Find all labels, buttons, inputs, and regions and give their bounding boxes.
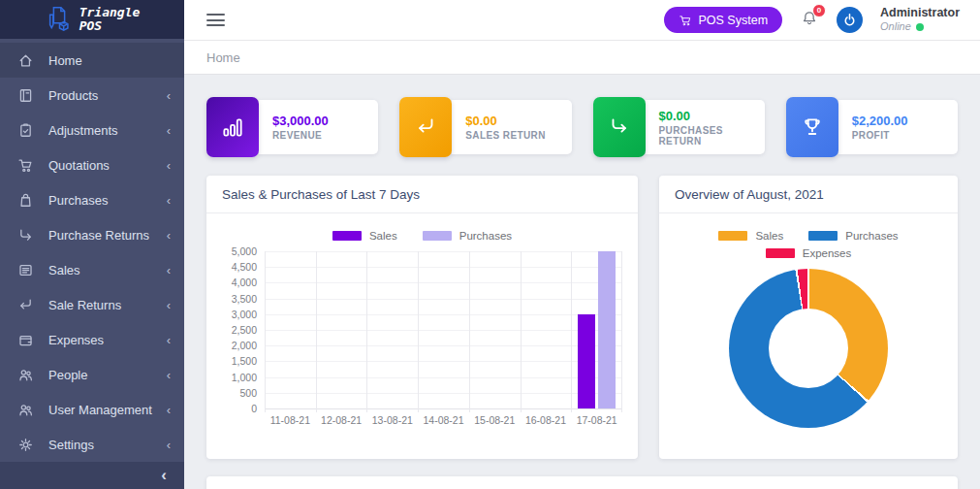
expenses-icon [17, 332, 34, 348]
settings-icon [17, 437, 34, 453]
bar-chart-y-axis: 5,0004,5004,0003,5003,0002,5002,0001,500… [222, 251, 265, 408]
trophy-icon [800, 114, 825, 140]
top-bar: POS System 0 Administrator [184, 0, 980, 41]
revenue-card: $3,000.00 REVENUE [206, 97, 378, 157]
bar-chart-title: Sales & Purchases of Last 7 Days [206, 176, 638, 213]
chevron-left-icon: ‹ [167, 333, 171, 347]
y-axis-tick: 1,000 [232, 372, 257, 383]
donut-chart [729, 269, 888, 428]
chevron-left-icon: ‹ [167, 298, 171, 312]
app-logo[interactable]: Triangle POS [0, 0, 184, 39]
sidebar-item-label: People [48, 368, 87, 382]
power-icon [841, 12, 858, 28]
people-icon [17, 367, 34, 383]
sidebar-item-products[interactable]: Products‹ [0, 78, 184, 113]
bar-chart-icon [220, 114, 245, 140]
chevron-left-icon: ‹ [167, 193, 171, 208]
bar-chart-plot [265, 251, 622, 408]
purchases-return-label: PURCHASES RETURN [659, 125, 765, 147]
sidebar-item-sales[interactable]: Sales‹ [0, 252, 184, 287]
pos-system-button[interactable]: POS System [664, 7, 783, 33]
legend-item-expenses[interactable]: Expenses [766, 247, 852, 259]
legend-swatch [718, 231, 747, 241]
purchases-bar-17-08-21 [598, 251, 616, 408]
sidebar-item-label: Products [48, 88, 98, 103]
y-axis-tick: 5,000 [232, 245, 257, 257]
legend-item-sales[interactable]: Sales [332, 230, 397, 242]
quotations-icon [17, 157, 34, 174]
sidebar-item-label: Purchase Returns [48, 228, 149, 243]
chevron-left-icon: ‹ [167, 368, 171, 382]
adjustments-icon [17, 122, 34, 139]
y-axis-tick: 3,500 [232, 293, 257, 305]
sidebar-item-label: Adjustments [48, 123, 118, 138]
bar-chart-x-axis: 11-08-2112-08-2113-08-2114-08-2115-08-21… [265, 414, 622, 426]
sidebar-item-adjustments[interactable]: Adjustments‹ [0, 113, 184, 147]
return-right-arrow-icon [607, 114, 632, 140]
charts-row: Sales & Purchases of Last 7 Days SalesPu… [206, 176, 958, 459]
x-axis-tick: 12-08-21 [316, 414, 367, 426]
legend-item-purchases[interactable]: Purchases [423, 230, 512, 242]
purchases-return-icon-box [593, 97, 646, 157]
legend-item-sales[interactable]: Sales [718, 230, 783, 242]
chevron-left-icon: ‹ [167, 158, 171, 173]
y-axis-tick: 4,500 [232, 261, 257, 273]
app-title: Triangle POS [79, 6, 141, 32]
profit-amount: $2,200.00 [852, 114, 958, 128]
sidebar-item-settings[interactable]: Settings‹ [0, 427, 184, 462]
sales-return-label: SALES RETURN [465, 130, 571, 141]
next-section-card [206, 476, 958, 489]
sidebar-item-sale-returns[interactable]: Sale Returns‹ [0, 287, 184, 322]
profit-label: PROFIT [852, 130, 958, 141]
app-window: Triangle POS HomeProducts‹Adjustments‹Qu… [0, 0, 980, 489]
breadcrumb-home-link[interactable]: Home [206, 50, 240, 65]
home-icon [17, 52, 34, 69]
sidebar-item-purchases[interactable]: Purchases‹ [0, 182, 184, 217]
sales-return-amount: $0.00 [465, 114, 571, 128]
sidebar-collapse-button[interactable]: ‹ [0, 462, 184, 489]
x-axis-tick: 14-08-21 [418, 414, 469, 426]
stat-cards-row: $3,000.00 REVENUE $0.00 SALES RETURN [206, 97, 958, 157]
legend-item-purchases[interactable]: Purchases [808, 230, 898, 242]
sales-purchases-chart-card: Sales & Purchases of Last 7 Days SalesPu… [206, 176, 638, 459]
y-axis-tick: 2,000 [232, 340, 257, 351]
y-axis-tick: 500 [239, 387, 257, 399]
sidebar-item-user-management[interactable]: User Management‹ [0, 392, 184, 427]
sidebar-item-label: Home [48, 53, 82, 68]
bar-chart: 5,0004,5004,0003,5003,0002,5002,0001,500… [222, 251, 622, 408]
user-management-icon [17, 402, 34, 418]
sidebar-item-label: Purchases [48, 193, 108, 208]
sidebar-item-quotations[interactable]: Quotations‹ [0, 147, 184, 182]
legend-swatch [332, 231, 362, 241]
breadcrumb: Home [184, 41, 980, 75]
user-info[interactable]: Administrator Online [880, 6, 960, 34]
y-axis-tick: 2,500 [232, 324, 257, 336]
sidebar-item-label: Quotations [48, 158, 110, 173]
sale-returns-icon [17, 297, 34, 313]
x-axis-tick: 15-08-21 [469, 414, 521, 426]
sidebar-item-label: Sales [48, 263, 80, 277]
revenue-icon-box [206, 97, 259, 157]
dashboard-content: $3,000.00 REVENUE $0.00 SALES RETURN [184, 75, 980, 489]
sidebar-item-people[interactable]: People‹ [0, 357, 184, 392]
legend-swatch [766, 248, 795, 258]
menu-toggle-button[interactable] [206, 14, 225, 26]
chevron-left-icon: ‹ [167, 123, 171, 138]
y-axis-tick: 1,500 [232, 355, 257, 367]
donut-chart-legend: SalesPurchasesExpenses [687, 230, 930, 259]
sidebar-item-label: Expenses [48, 333, 104, 347]
sidebar-item-purchase-returns[interactable]: Purchase Returns‹ [0, 217, 184, 252]
y-axis-tick: 3,000 [232, 309, 257, 320]
donut-chart-title: Overview of August, 2021 [659, 176, 958, 213]
sidebar-item-home[interactable]: Home [0, 43, 184, 78]
user-avatar[interactable] [837, 7, 863, 33]
purchase-returns-icon [17, 227, 34, 244]
notifications-button[interactable]: 0 [800, 9, 819, 32]
profit-icon-box [786, 97, 838, 157]
sidebar-item-label: User Management [48, 403, 152, 417]
return-left-arrow-icon [413, 114, 438, 140]
sidebar-nav: HomeProducts‹Adjustments‹Quotations‹Purc… [0, 39, 184, 462]
sales-return-icon-box [399, 97, 452, 157]
sidebar-item-expenses[interactable]: Expenses‹ [0, 322, 184, 357]
sidebar: Triangle POS HomeProducts‹Adjustments‹Qu… [0, 0, 184, 489]
